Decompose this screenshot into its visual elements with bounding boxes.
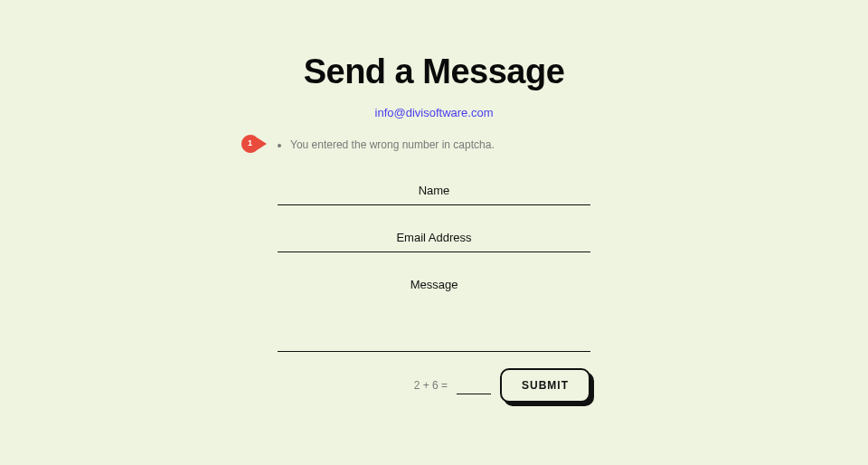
page-title: Send a Message — [278, 52, 590, 91]
email-input[interactable] — [278, 222, 590, 252]
contact-email-link[interactable]: info@divisoftware.com — [375, 106, 494, 119]
message-textarea[interactable] — [278, 269, 590, 352]
captcha-row: 2 + 6 = SUBMIT — [278, 368, 590, 403]
captcha-input[interactable] — [457, 377, 491, 394]
submit-button[interactable]: SUBMIT — [500, 368, 590, 403]
name-input[interactable] — [278, 175, 590, 205]
error-list: You entered the wrong number in captcha. — [278, 138, 590, 151]
contact-form-container: Send a Message info@divisoftware.com You… — [278, 0, 590, 403]
error-item: You entered the wrong number in captcha. — [290, 138, 590, 151]
annotation-number: 1 — [248, 138, 252, 147]
annotation-marker: 1 — [241, 135, 267, 153]
captcha-label: 2 + 6 = — [414, 379, 448, 392]
